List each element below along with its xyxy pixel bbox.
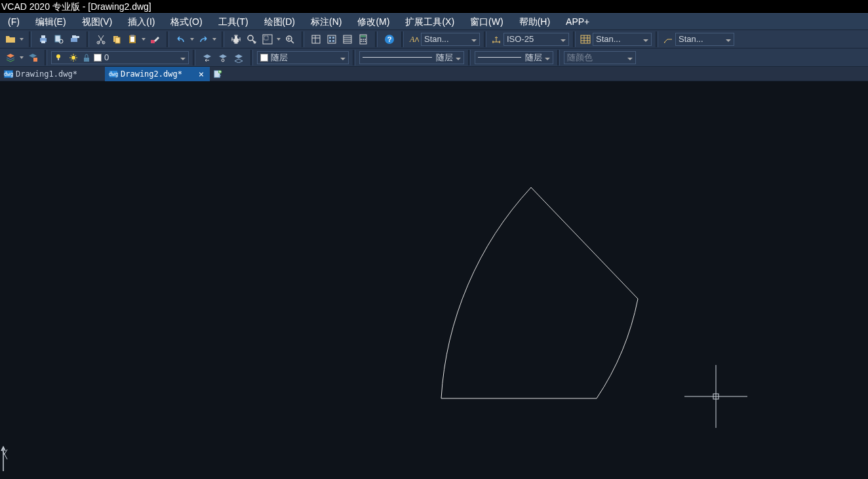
linetype-combo[interactable]: 随层 [359, 51, 464, 64]
svg-text:A: A [409, 35, 415, 44]
menu-view[interactable]: 视图(V) [74, 13, 121, 30]
sun-icon [68, 52, 79, 63]
document-tab-drawing1[interactable]: dwg Drawing1.dwg* [0, 67, 105, 81]
dim-style-value: ISO-25 [507, 34, 558, 44]
layer-combo[interactable]: 0 [51, 51, 189, 64]
svg-rect-22 [329, 37, 331, 39]
svg-point-31 [365, 39, 366, 40]
menu-help[interactable]: 帮助(H) [511, 13, 558, 30]
zoom-previous-button[interactable] [283, 32, 297, 47]
separator [45, 50, 47, 66]
separator [222, 31, 224, 47]
help-button[interactable]: ? [382, 32, 397, 47]
color-swatch [260, 54, 268, 62]
open-button[interactable] [3, 32, 18, 47]
text-style-combo[interactable]: Stan... [421, 33, 480, 46]
chevron-down-icon [471, 34, 477, 44]
lock-icon [81, 52, 92, 63]
svg-rect-14 [130, 35, 134, 37]
lineweight-sample [478, 57, 521, 58]
layer-previous-button[interactable] [200, 50, 214, 65]
plotstyle-combo[interactable]: 随颜色 [564, 51, 636, 64]
text-style-icon: A [408, 34, 420, 45]
svg-rect-6 [72, 35, 76, 38]
undo-dropdown[interactable] [189, 32, 195, 47]
svg-point-40 [56, 54, 60, 58]
svg-rect-28 [361, 35, 366, 37]
svg-rect-38 [581, 35, 590, 43]
layer-manager-button[interactable] [3, 50, 18, 65]
tool-palette-button[interactable] [340, 32, 355, 47]
layer-match-button[interactable] [231, 50, 246, 65]
pan-button[interactable] [229, 32, 243, 47]
menu-dim[interactable]: 标注(N) [303, 13, 349, 30]
redo-dropdown[interactable] [211, 32, 218, 47]
separator [353, 50, 355, 66]
redo-button[interactable] [196, 32, 210, 47]
layer-dropdown[interactable] [18, 50, 25, 65]
publish-button[interactable] [68, 32, 82, 47]
color-combo[interactable]: 随层 [257, 51, 349, 64]
menu-window[interactable]: 窗口(W) [462, 13, 511, 30]
svg-rect-18 [264, 36, 268, 40]
tab-label: Drawing1.dwg* [16, 69, 101, 79]
menu-modify[interactable]: 修改(M) [349, 13, 397, 30]
separator [250, 50, 253, 66]
paste-dropdown[interactable] [140, 32, 147, 47]
calculator-button[interactable] [356, 32, 370, 47]
copy-button[interactable] [109, 32, 124, 47]
chevron-down-icon [180, 52, 186, 62]
design-center-button[interactable] [325, 32, 339, 47]
dim-style-combo[interactable]: ISO-25 [503, 33, 569, 46]
separator [193, 50, 195, 66]
table-style-combo[interactable]: Stan... [593, 33, 652, 46]
svg-point-30 [363, 39, 364, 40]
matchprop-button[interactable] [148, 32, 162, 47]
layer-isolate-button[interactable] [216, 50, 230, 65]
chevron-down-icon [726, 34, 731, 44]
menu-insert[interactable]: 插入(I) [120, 13, 163, 30]
print-preview-button[interactable] [52, 32, 66, 47]
svg-point-29 [361, 39, 362, 40]
svg-point-34 [365, 41, 366, 42]
menu-draw[interactable]: 绘图(D) [256, 13, 303, 30]
menu-format[interactable]: 格式(O) [163, 13, 210, 30]
zoom-window-button[interactable] [260, 32, 275, 47]
zoom-realtime-button[interactable] [245, 32, 259, 47]
open-dropdown[interactable] [18, 32, 25, 47]
dwg-icon: dwg [4, 70, 13, 78]
dwg-icon: dwg [109, 70, 118, 78]
close-icon[interactable]: × [197, 69, 206, 79]
menu-app[interactable]: APP+ [558, 13, 597, 30]
svg-point-44 [222, 59, 224, 62]
new-document-tab[interactable] [210, 67, 226, 81]
svg-rect-2 [41, 41, 45, 43]
menu-tools[interactable]: 工具(T) [210, 13, 256, 30]
properties-button[interactable] [309, 32, 323, 47]
svg-point-42 [71, 56, 75, 60]
separator [484, 31, 486, 47]
mleader-style-combo[interactable]: Stan... [675, 33, 734, 46]
svg-rect-3 [55, 35, 60, 42]
undo-button[interactable] [174, 32, 188, 47]
menu-edit[interactable]: 编辑(E) [28, 13, 74, 30]
svg-rect-39 [33, 58, 37, 62]
print-button[interactable] [36, 32, 50, 47]
svg-rect-5 [71, 38, 77, 42]
svg-point-8 [97, 41, 100, 44]
chevron-down-icon [340, 52, 345, 62]
drawing-canvas[interactable] [0, 81, 868, 479]
cut-button[interactable] [94, 32, 108, 47]
layer-states-button[interactable] [26, 50, 40, 65]
document-tab-drawing2[interactable]: dwg Drawing2.dwg* × [105, 67, 210, 81]
toolbar-row-1: ? A Stan... ISO-25 Stan... [0, 30, 868, 48]
zoom-dropdown[interactable] [275, 32, 282, 47]
paste-button[interactable] [125, 32, 140, 47]
menu-file[interactable]: (F) [0, 13, 28, 30]
separator [87, 31, 89, 47]
lineweight-combo[interactable]: 随层 [475, 51, 553, 64]
svg-point-16 [248, 35, 253, 41]
layer-name: 0 [104, 52, 178, 62]
linetype-sample [363, 57, 432, 58]
menu-ext[interactable]: 扩展工具(X) [397, 13, 462, 30]
